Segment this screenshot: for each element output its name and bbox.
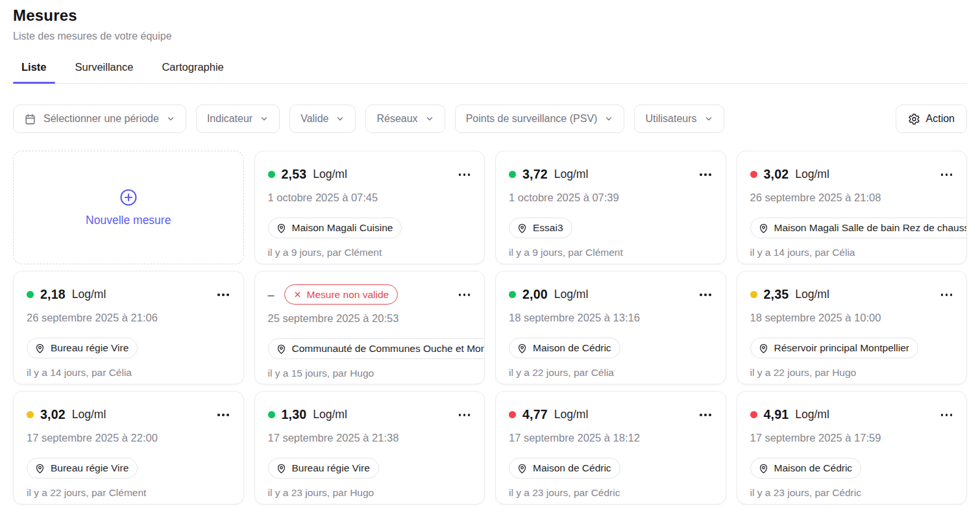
card-menu-button[interactable] <box>216 288 230 301</box>
period-filter-button[interactable]: Sélectionner une période <box>13 105 186 133</box>
status-dot-icon <box>268 411 275 418</box>
measure-card[interactable]: 2,18 Log/ml 26 septembre 2025 à 21:06 Bu… <box>13 271 244 384</box>
card-menu-button[interactable] <box>458 408 472 421</box>
measure-footer: il y a 23 jours, par Hugo <box>268 487 472 499</box>
card-menu-button[interactable] <box>940 288 954 301</box>
measure-value-group: 2,53 Log/ml <box>268 167 347 182</box>
measure-value: 4,91 <box>764 407 789 422</box>
location-badge[interactable]: Bureau régie Vire <box>268 458 379 479</box>
filter-bar: Sélectionner une période Indicateur Vali… <box>13 105 967 133</box>
tab-liste[interactable]: Liste <box>13 61 55 83</box>
psv-filter-label: Points de surveillance (PSV) <box>466 113 598 125</box>
card-header: 4,91 Log/ml <box>750 405 954 424</box>
users-filter-button[interactable]: Utilisateurs <box>634 105 724 133</box>
measure-unit: Log/ml <box>795 408 829 421</box>
indicator-filter-label: Indicateur <box>207 113 252 125</box>
measure-date: 17 septembre 2025 à 22:00 <box>27 432 230 444</box>
card-header: 1,30 Log/ml <box>268 405 472 424</box>
measure-card[interactable]: 3,72 Log/ml 1 octobre 2025 à 07:39 Essai… <box>495 151 726 264</box>
location-badge[interactable]: Maison de Cédric <box>509 458 620 479</box>
location-badge-label: Maison de Cédric <box>774 462 853 474</box>
status-dot-icon <box>509 291 516 298</box>
location-badge[interactable]: Bureau régie Vire <box>27 458 138 479</box>
chevron-down-icon <box>604 114 613 123</box>
measure-value-group: 4,77 Log/ml <box>509 407 588 422</box>
location-badge[interactable]: Essai3 <box>509 218 572 238</box>
location-badge[interactable]: Maison de Cédric <box>750 458 862 479</box>
chevron-down-icon <box>336 114 345 123</box>
tab-cartographie[interactable]: Cartographie <box>153 61 232 83</box>
map-pin-icon <box>758 223 769 234</box>
measure-card[interactable]: 3,02 Log/ml 17 septembre 2025 à 22:00 Bu… <box>13 391 244 505</box>
location-badge-label: Maison de Cédric <box>533 462 611 474</box>
new-measure-label: Nouvelle mesure <box>86 214 171 227</box>
measure-card[interactable]: 1,30 Log/ml 17 septembre 2025 à 21:38 Bu… <box>254 391 485 505</box>
card-menu-button[interactable] <box>698 168 713 181</box>
measure-value: 1,30 <box>282 407 307 422</box>
indicator-filter-button[interactable]: Indicateur <box>196 105 280 133</box>
measure-date: 17 septembre 2025 à 18:12 <box>509 432 713 444</box>
measure-date: 25 septembre 2025 à 20:53 <box>268 312 472 325</box>
location-badge-label: Essai3 <box>533 222 563 234</box>
measure-footer: il y a 14 jours, par Célia <box>750 247 954 258</box>
card-menu-button[interactable] <box>940 168 954 181</box>
measure-card[interactable]: 4,91 Log/ml 17 septembre 2025 à 17:59 Ma… <box>737 391 968 505</box>
location-row: Bureau régie Vire <box>268 458 472 479</box>
psv-filter-button[interactable]: Points de surveillance (PSV) <box>455 105 625 133</box>
measure-card[interactable]: – Mesure non valide 25 septembre 2025 à … <box>254 271 485 384</box>
card-menu-button[interactable] <box>940 408 954 421</box>
calendar-icon <box>24 113 36 125</box>
measure-card[interactable]: 3,02 Log/ml 26 septembre 2025 à 21:08 Ma… <box>737 151 968 264</box>
measure-footer: il y a 22 jours, par Hugo <box>750 367 954 379</box>
map-pin-icon <box>276 223 287 234</box>
measure-card[interactable]: 2,53 Log/ml 1 octobre 2025 à 07:45 Maiso… <box>254 151 485 264</box>
location-badge[interactable]: Réservoir principal Montpellier <box>750 338 918 358</box>
map-pin-icon <box>517 223 528 234</box>
measures-page: Mesures Liste des mesures de votre équip… <box>0 0 980 505</box>
location-row: Maison Magali Cuisine <box>268 218 472 238</box>
measure-value: 4,77 <box>522 407 548 422</box>
location-badge[interactable]: Communauté de Communes Ouche et Mont <box>268 338 485 359</box>
measure-unit: Log/ml <box>72 408 106 421</box>
chevron-down-icon <box>166 114 175 123</box>
measure-value-group: 1,30 Log/ml <box>268 407 347 422</box>
location-badge[interactable]: Maison Magali Salle de bain Rez de chaus… <box>750 218 968 238</box>
measure-date: 18 septembre 2025 à 13:16 <box>509 312 713 324</box>
location-row: Essai3 <box>509 218 713 238</box>
new-measure-button[interactable]: Nouvelle mesure <box>13 151 244 264</box>
card-menu-button[interactable] <box>698 288 713 301</box>
card-header: – Mesure non valide <box>268 284 472 305</box>
card-menu-button[interactable] <box>458 168 472 181</box>
location-badge[interactable]: Maison de Cédric <box>509 338 620 358</box>
action-button[interactable]: Action <box>896 105 967 133</box>
measure-date: 17 septembre 2025 à 17:59 <box>750 432 954 444</box>
measure-footer: il y a 22 jours, par Célia <box>509 367 713 379</box>
location-row: Maison de Cédric <box>509 338 713 358</box>
card-header: 2,18 Log/ml <box>27 284 230 304</box>
measure-date: 17 septembre 2025 à 21:38 <box>268 432 472 444</box>
card-menu-button[interactable] <box>458 288 472 301</box>
status-dot-icon <box>27 291 34 298</box>
chevron-down-icon <box>425 114 434 123</box>
card-header: 3,02 Log/ml <box>750 164 954 184</box>
measure-card[interactable]: 4,77 Log/ml 17 septembre 2025 à 18:12 Ma… <box>495 391 726 505</box>
valid-filter-button[interactable]: Valide <box>289 105 356 133</box>
measure-footer: il y a 23 jours, par Cédric <box>509 487 713 499</box>
map-pin-icon <box>276 344 287 355</box>
card-menu-button[interactable] <box>216 408 230 421</box>
measure-value: 3,72 <box>522 167 548 182</box>
measure-unit: Log/ml <box>72 288 106 301</box>
plus-circle-icon <box>119 188 138 207</box>
location-badge[interactable]: Bureau régie Vire <box>27 338 138 358</box>
measure-card[interactable]: 2,00 Log/ml 18 septembre 2025 à 13:16 Ma… <box>495 271 726 384</box>
map-pin-icon <box>276 463 287 474</box>
tab-surveillance[interactable]: Surveillance <box>67 61 142 83</box>
card-menu-button[interactable] <box>698 408 713 421</box>
location-badge[interactable]: Maison Magali Cuisine <box>268 218 402 238</box>
measure-card[interactable]: 2,35 Log/ml 18 septembre 2025 à 10:00 Ré… <box>737 271 968 384</box>
page-title: Mesures <box>13 6 967 25</box>
location-row: Bureau régie Vire <box>27 458 230 479</box>
measure-value-group: 3,72 Log/ml <box>509 167 588 182</box>
networks-filter-button[interactable]: Réseaux <box>365 105 445 133</box>
valid-filter-label: Valide <box>300 113 328 125</box>
